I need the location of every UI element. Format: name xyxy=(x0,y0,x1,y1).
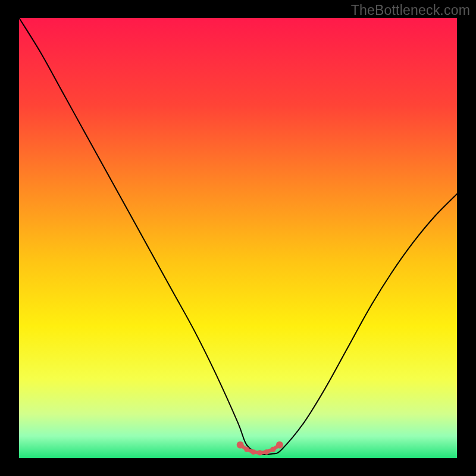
valley-marker xyxy=(270,447,275,452)
valley-marker xyxy=(244,447,249,452)
valley-marker xyxy=(250,449,256,455)
valley-marker xyxy=(276,441,283,449)
valley-marker xyxy=(237,441,244,449)
gradient-background xyxy=(19,18,457,458)
watermark-text: TheBottleneck.com xyxy=(351,2,470,18)
valley-marker xyxy=(257,450,262,456)
valley-marker xyxy=(264,449,269,455)
chart-frame: TheBottleneck.com xyxy=(0,0,476,476)
chart-svg xyxy=(0,0,476,476)
